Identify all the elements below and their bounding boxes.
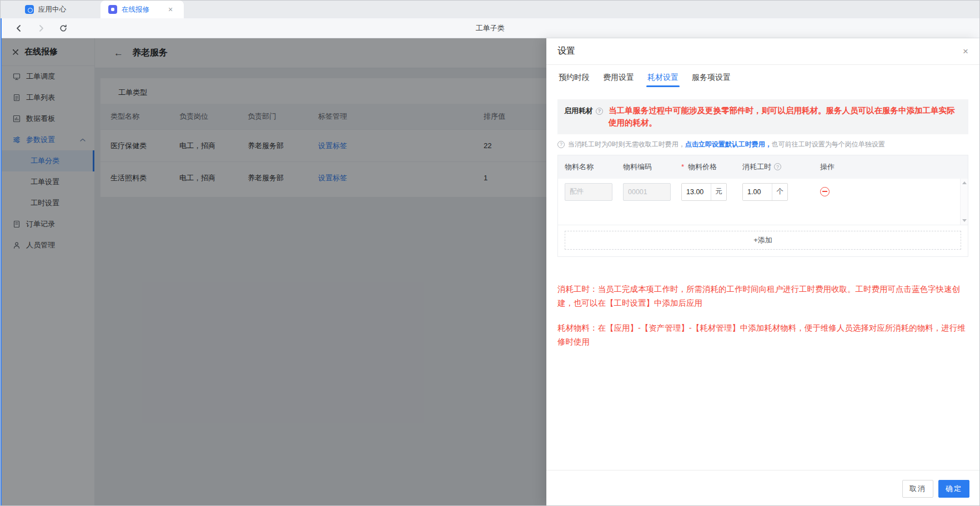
drawer-mask[interactable] [1, 38, 547, 506]
workhour-hint: ? 当消耗工时为0时则无需收取工时费用，点击立即设置默认工时费用，也可前往工时设… [557, 140, 968, 149]
add-material-button[interactable]: +添加 [565, 231, 961, 250]
material-name-input [565, 183, 612, 201]
notes-section: 消耗工时：当员工完成本项工作时，所需消耗的工作时间向租户进行工时费用收取。工时费… [557, 282, 968, 350]
info-icon: ? [557, 141, 565, 148]
tab-close-icon[interactable]: × [168, 6, 173, 13]
tab-fee-settings[interactable]: 费用设置 [602, 65, 635, 90]
drawer-tab-bar: 预约时段 费用设置 耗材设置 服务项设置 [546, 65, 979, 90]
drawer-footer: 取消 确定 [546, 470, 979, 506]
enable-consumable-section: 启用耗材 ? 当工单服务过程中可能涉及更换零部件时，则可以启用耗材。服务人员可以… [557, 99, 968, 134]
materials-row-area: 元 个 [558, 179, 968, 225]
consume-hours-field: 个 [742, 183, 788, 201]
remove-row-icon[interactable] [820, 187, 830, 196]
tab-label: 在线报修 [122, 5, 149, 14]
nav-page-title: 工单子类 [1, 23, 979, 33]
materials-header-row: 物料名称 物料编码 * 物料价格 消耗工时 ? 操作 [558, 155, 968, 179]
enable-consumable-warning: 当工单服务过程中可能涉及更换零部件时，则可以启用耗材。服务人员可以在服务中添加工… [609, 104, 962, 129]
tab-service-item-settings[interactable]: 服务项设置 [691, 65, 732, 90]
hours-unit-suffix: 个 [772, 184, 787, 200]
materials-scrollbar[interactable] [960, 179, 968, 225]
browser-window: 应用中心 在线报修 × 工单子类 在线报修 工单调度 [0, 0, 980, 506]
cancel-button[interactable]: 取消 [902, 480, 933, 498]
scroll-up-icon[interactable] [962, 181, 967, 184]
app-center-favicon [25, 5, 34, 14]
tab-consumable-settings[interactable]: 耗材设置 [646, 65, 680, 90]
note-consume-hours: 消耗工时：当员工完成本项工作时，所需消耗的工作时间向租户进行工时费用收取。工时费… [557, 282, 968, 311]
close-icon[interactable]: × [963, 47, 968, 56]
enable-consumable-label: 启用耗材 ? [564, 104, 603, 116]
material-row: 元 个 [558, 179, 968, 201]
confirm-button[interactable]: 确定 [938, 480, 969, 498]
help-icon: ? [596, 108, 603, 115]
browser-nav-bar: 工单子类 [1, 18, 979, 38]
tab-label: 应用中心 [38, 5, 66, 14]
browser-tab-bar: 应用中心 在线报修 × [1, 1, 979, 18]
drawer-body: 启用耗材 ? 当工单服务过程中可能涉及更换零部件时，则可以启用耗材。服务人员可以… [546, 90, 979, 470]
scroll-down-icon[interactable] [962, 219, 967, 222]
material-price-field: 元 [681, 183, 727, 201]
required-marker: * [681, 163, 684, 171]
materials-table: 物料名称 物料编码 * 物料价格 消耗工时 ? 操作 [557, 155, 968, 257]
note-consumable-materials: 耗材物料：在【应用】-【资产管理】-【耗材管理】中添加耗材物料，便于维修人员选择… [557, 321, 968, 350]
drawer-title: 设置 [557, 45, 575, 57]
consume-hours-input[interactable] [743, 184, 772, 200]
drawer-header: 设置 × [546, 38, 979, 65]
tab-reservation-period[interactable]: 预约时段 [557, 65, 591, 90]
price-unit-suffix: 元 [711, 184, 726, 200]
set-default-workhour-fee-link[interactable]: 点击立即设置默认工时费用， [685, 140, 772, 148]
browser-tab-app-center[interactable]: 应用中心 [17, 1, 100, 18]
browser-tab-online-repair[interactable]: 在线报修 × [100, 1, 184, 18]
material-code-input [623, 183, 671, 201]
window-edge-accent [1, 18, 2, 505]
help-icon: ? [774, 163, 781, 170]
settings-drawer: 设置 × 预约时段 费用设置 耗材设置 服务项设置 启用耗材 ? 当工单服务过程… [546, 38, 979, 506]
material-price-input[interactable] [682, 184, 711, 200]
online-repair-favicon [108, 5, 117, 14]
